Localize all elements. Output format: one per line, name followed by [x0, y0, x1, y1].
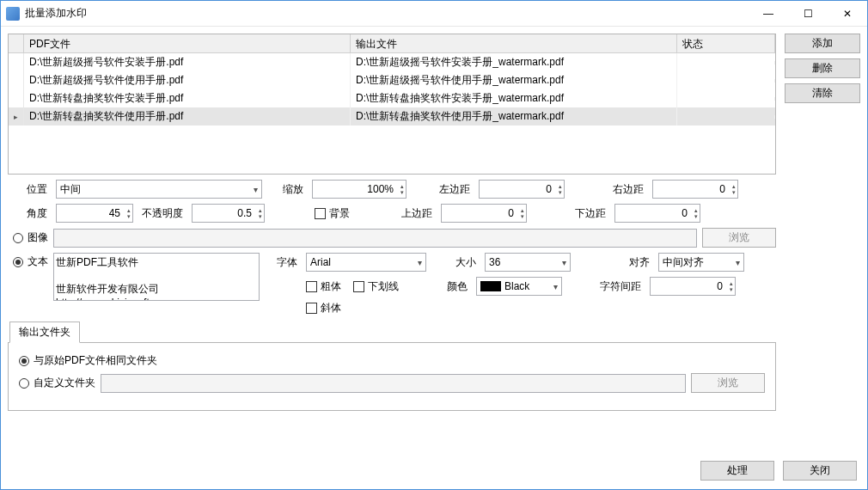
opacity-spinner[interactable]: 0.5 [192, 204, 265, 223]
label-opacity: 不透明度 [138, 206, 186, 221]
grid-header: PDF文件 输出文件 状态 [9, 34, 775, 53]
left-margin-spinner[interactable]: 0 [479, 180, 565, 199]
process-button[interactable]: 处理 [700, 461, 774, 481]
col-header-pdf[interactable]: PDF文件 [24, 34, 351, 53]
label-color: 颜色 [404, 279, 471, 294]
position-combo[interactable]: 中间 [56, 180, 262, 199]
table-row[interactable]: D:\世新转盘抽奖软件安装手册.pdfD:\世新转盘抽奖软件安装手册_water… [9, 89, 775, 107]
cell-output: D:\世新转盘抽奖软件使用手册_watermark.pdf [351, 107, 677, 126]
bold-checkbox[interactable]: 粗体 [306, 279, 341, 294]
top-margin-spinner[interactable]: 0 [441, 204, 527, 223]
add-button[interactable]: 添加 [785, 34, 860, 53]
cell-pdf: D:\世新转盘抽奖软件使用手册.pdf [24, 107, 351, 126]
image-radio[interactable]: 图像 [13, 230, 48, 245]
label-char-spacing: 字符间距 [567, 279, 645, 294]
minimize-button[interactable]: — [749, 1, 788, 26]
bottom-margin-spinner[interactable]: 0 [614, 204, 700, 223]
cell-status [677, 97, 775, 101]
label-font: 字体 [265, 255, 301, 270]
text-radio[interactable]: 文本 [13, 254, 48, 269]
col-header-status[interactable]: 状态 [677, 34, 775, 53]
label-align: 对齐 [576, 255, 653, 270]
app-icon [6, 7, 20, 21]
char-spacing-spinner[interactable]: 0 [650, 277, 736, 296]
delete-button[interactable]: 删除 [785, 58, 860, 78]
table-row[interactable]: D:\世新超级摇号软件使用手册.pdfD:\世新超级摇号软件使用手册_water… [9, 71, 775, 89]
custom-folder-input [101, 374, 686, 393]
image-path-input [53, 229, 697, 248]
color-combo[interactable]: Black [476, 277, 562, 296]
cell-status [677, 61, 775, 64]
label-bottom-margin: 下边距 [532, 206, 609, 221]
cell-status [677, 115, 775, 119]
table-row[interactable]: D:\世新超级摇号软件安装手册.pdfD:\世新超级摇号软件安装手册_water… [9, 53, 775, 71]
window-title: 批量添加水印 [25, 6, 749, 21]
custom-folder-radio[interactable]: 自定义文件夹 [19, 376, 95, 390]
font-combo[interactable]: Arial [306, 253, 426, 272]
angle-spinner[interactable]: 45 [56, 204, 133, 223]
scale-spinner[interactable]: 100% [312, 180, 406, 199]
file-grid[interactable]: PDF文件 输出文件 状态 D:\世新超级摇号软件安装手册.pdfD:\世新超级… [8, 34, 776, 175]
col-header-output[interactable]: 输出文件 [351, 34, 677, 53]
align-combo[interactable]: 中间对齐 [658, 253, 744, 272]
label-angle: 角度 [8, 206, 51, 221]
cell-output: D:\世新转盘抽奖软件安装手册_watermark.pdf [351, 89, 677, 107]
close-window-button[interactable]: ✕ [828, 1, 867, 26]
table-row[interactable]: D:\世新转盘抽奖软件使用手册.pdfD:\世新转盘抽奖软件使用手册_water… [9, 107, 775, 126]
cell-output: D:\世新超级摇号软件使用手册_watermark.pdf [351, 71, 677, 89]
clear-button[interactable]: 清除 [785, 83, 860, 103]
right-margin-spinner[interactable]: 0 [652, 180, 738, 199]
cell-status [677, 79, 775, 83]
background-checkbox[interactable]: 背景 [315, 206, 350, 221]
cell-pdf: D:\世新超级摇号软件安装手册.pdf [24, 53, 351, 71]
label-top-margin: 上边距 [355, 206, 436, 221]
label-left-margin: 左边距 [412, 182, 474, 197]
titlebar: 批量添加水印 — ☐ ✕ [1, 1, 867, 27]
watermark-text-input[interactable] [53, 253, 260, 301]
cell-output: D:\世新超级摇号软件安装手册_watermark.pdf [351, 53, 677, 71]
cell-pdf: D:\世新转盘抽奖软件安装手册.pdf [24, 89, 351, 107]
italic-checkbox[interactable]: 斜体 [306, 301, 341, 315]
same-folder-radio[interactable]: 与原始PDF文件相同文件夹 [19, 353, 157, 368]
cell-pdf: D:\世新超级摇号软件使用手册.pdf [24, 71, 351, 89]
browse-image-button: 浏览 [702, 228, 776, 248]
size-combo[interactable]: 36 [485, 253, 571, 272]
label-size: 大小 [431, 255, 480, 270]
label-right-margin: 右边距 [570, 182, 647, 197]
output-folder-tab[interactable]: 输出文件夹 [9, 322, 80, 343]
browse-folder-button: 浏览 [691, 373, 765, 393]
underline-checkbox[interactable]: 下划线 [353, 279, 399, 294]
label-scale: 缩放 [267, 182, 307, 197]
label-position: 位置 [8, 182, 51, 197]
close-button[interactable]: 关闭 [783, 461, 857, 481]
maximize-button[interactable]: ☐ [788, 1, 828, 26]
